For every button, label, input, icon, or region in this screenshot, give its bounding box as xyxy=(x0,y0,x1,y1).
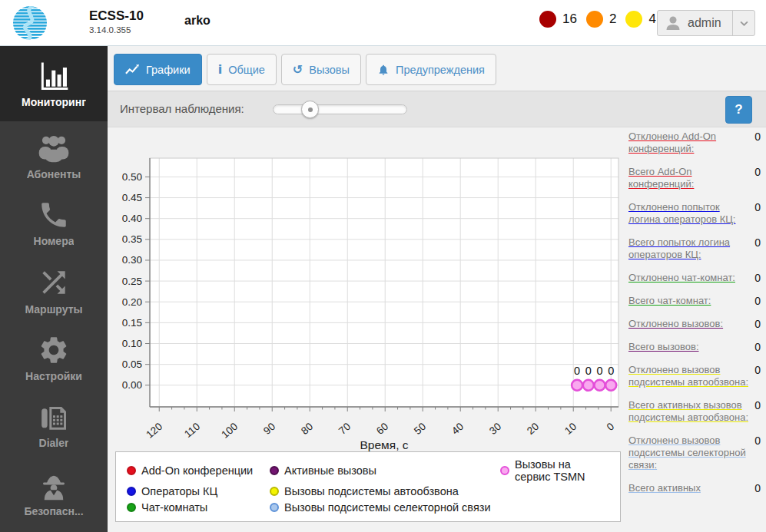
stat-value: 0 xyxy=(753,341,761,353)
interval-slider-handle[interactable] xyxy=(301,101,319,118)
legend-label: Вызовы подсистемы селекторной связи xyxy=(284,501,490,514)
alert-counter[interactable]: 2 xyxy=(586,11,616,28)
stats-panel: Отклонено Add-On конференций: 0 Всего Ad… xyxy=(628,131,761,494)
stat-link[interactable]: Всего активных xyxy=(628,482,701,494)
stat-row: Всего активных 0 xyxy=(628,482,761,494)
stat-link[interactable]: Отклонено Add-On конференций: xyxy=(628,131,748,155)
stat-row: Всего Add-On конференций: 0 xyxy=(628,166,761,190)
legend-label: Активные вызовы xyxy=(284,464,376,477)
interval-label: Интервал наблюдения: xyxy=(120,102,244,115)
user-icon xyxy=(665,15,681,31)
app-window: ECSS-10 3.14.0.355 arko 16 2 4 xyxy=(0,0,766,532)
tab-charts[interactable]: Графики xyxy=(114,54,202,85)
user-menu-button[interactable]: admin xyxy=(657,10,755,36)
stat-value: 0 xyxy=(753,318,761,330)
alert-count: 16 xyxy=(562,12,577,27)
svg-text:0.45: 0.45 xyxy=(122,192,142,203)
stat-link[interactable]: Отклонено чат-комнат: xyxy=(628,272,735,284)
tab-label: Графики xyxy=(146,64,191,76)
svg-text:50: 50 xyxy=(412,421,428,437)
main-content: Графики i Общие ↺ Вызовы Предупреждения … xyxy=(108,46,766,532)
stat-row: Отклонено попыток логина операторов КЦ: … xyxy=(628,201,761,226)
stat-link[interactable]: Всего попыток логина операторов КЦ: xyxy=(628,236,748,261)
legend-label: Вызовы на сервис TSMN xyxy=(515,458,609,483)
svg-text:0: 0 xyxy=(605,421,616,433)
stat-link[interactable]: Всего вызовов: xyxy=(628,341,699,353)
stat-value: 0 xyxy=(753,295,761,307)
stat-row: Отклонено вызовов подсистемы селекторной… xyxy=(628,435,761,471)
stat-link[interactable]: Отклонено вызовов подсистемы селекторной… xyxy=(628,435,748,471)
help-button[interactable]: ? xyxy=(725,96,752,124)
sidebar-item-numbers[interactable]: Номера xyxy=(0,189,108,256)
alert-counter[interactable]: 4 xyxy=(625,11,655,28)
svg-text:0.10: 0.10 xyxy=(122,338,142,349)
stat-value: 0 xyxy=(753,482,761,494)
stat-row: Всего чат-комнат: 0 xyxy=(628,295,761,307)
legend-label: Add-On конференции xyxy=(141,464,253,477)
sidebar-item-security[interactable]: Безопасн... xyxy=(0,459,108,527)
interval-slider[interactable] xyxy=(273,104,407,114)
stat-link[interactable]: Всего чат-комнат: xyxy=(628,295,711,307)
sidebar-item-routes[interactable]: Маршруты xyxy=(0,256,108,324)
shuffle-icon xyxy=(37,266,71,299)
svg-text:Время, с: Время, с xyxy=(360,438,409,451)
svg-text:0.30: 0.30 xyxy=(122,254,142,266)
legend-item: Чат-комнаты xyxy=(127,501,270,514)
info-icon: i xyxy=(218,62,222,77)
app-logo-icon xyxy=(11,4,49,42)
sidebar-item-label: Мониторинг xyxy=(22,96,86,108)
svg-text:120: 120 xyxy=(144,421,164,441)
stat-row: Отклонено Add-On конференций: 0 xyxy=(628,131,761,155)
legend-label: Чат-комнаты xyxy=(141,501,207,514)
legend-item: Add-On конференции xyxy=(127,464,270,477)
svg-text:10: 10 xyxy=(562,421,579,437)
series-color-dot xyxy=(127,503,136,512)
sidebar: Мониторинг Абоненты Номера Маршруты xyxy=(0,46,108,532)
alert-counters: 16 2 4 xyxy=(539,11,656,28)
stat-value: 0 xyxy=(753,131,761,143)
stat-value: 0 xyxy=(753,399,761,411)
stat-row: Отклонено вызовов подсистемы автообзвона… xyxy=(628,364,761,388)
interval-bar: Интервал наблюдения: xyxy=(108,91,766,127)
alert-dot-icon xyxy=(625,11,642,28)
series-color-dot xyxy=(270,503,279,512)
app-version: 3.14.0.355 xyxy=(89,25,144,35)
tab-label: Вызовы xyxy=(309,64,350,76)
chevron-down-icon[interactable] xyxy=(733,21,754,26)
legend-label: Вызовы подсистемы автообзвона xyxy=(284,485,459,497)
stat-link[interactable]: Отклонено вызовов: xyxy=(628,318,723,330)
tab-calls[interactable]: ↺ Вызовы xyxy=(281,54,361,85)
sidebar-item-label: Номера xyxy=(34,235,75,247)
stat-row: Всего попыток логина операторов КЦ: 0 xyxy=(628,236,761,261)
tab-bar: Графики i Общие ↺ Вызовы Предупреждения xyxy=(114,54,496,85)
sidebar-item-monitoring[interactable]: Мониторинг xyxy=(0,46,108,121)
stat-link[interactable]: Всего активных вызовов подсистемы автооб… xyxy=(628,399,748,424)
stat-link[interactable]: Отклонено попыток логина операторов КЦ: xyxy=(628,201,748,226)
phone-icon xyxy=(38,199,70,231)
svg-text:70: 70 xyxy=(337,421,353,437)
stat-row: Всего активных вызовов подсистемы автооб… xyxy=(628,399,761,424)
svg-text:0: 0 xyxy=(585,365,592,377)
svg-text:0.50: 0.50 xyxy=(122,171,142,183)
sidebar-item-dialer[interactable]: Dialer xyxy=(0,392,108,459)
dialer-icon xyxy=(38,402,70,433)
svg-text:100: 100 xyxy=(219,421,240,441)
legend-item: Вызовы на сервис TSMN xyxy=(500,458,609,483)
sidebar-item-settings[interactable]: Настройки xyxy=(0,324,108,392)
stat-link[interactable]: Всего Add-On конференций: xyxy=(628,166,748,190)
tab-warnings[interactable]: Предупреждения xyxy=(366,54,496,85)
stat-value: 0 xyxy=(753,364,761,376)
legend-item: Вызовы подсистемы автообзвона xyxy=(270,485,500,497)
series-color-dot xyxy=(270,466,279,475)
line-chart-icon xyxy=(125,64,140,75)
alert-counter[interactable]: 16 xyxy=(539,11,577,28)
gear-icon xyxy=(38,334,70,366)
svg-text:80: 80 xyxy=(299,421,315,437)
spy-icon xyxy=(37,469,71,501)
series-color-dot xyxy=(270,487,279,496)
stat-link[interactable]: Отклонено вызовов подсистемы автообзвона… xyxy=(628,364,748,388)
svg-text:20: 20 xyxy=(525,421,541,437)
tab-general[interactable]: i Общие xyxy=(207,54,277,85)
stat-value: 0 xyxy=(753,166,761,178)
sidebar-item-subscribers[interactable]: Абоненты xyxy=(0,121,108,189)
